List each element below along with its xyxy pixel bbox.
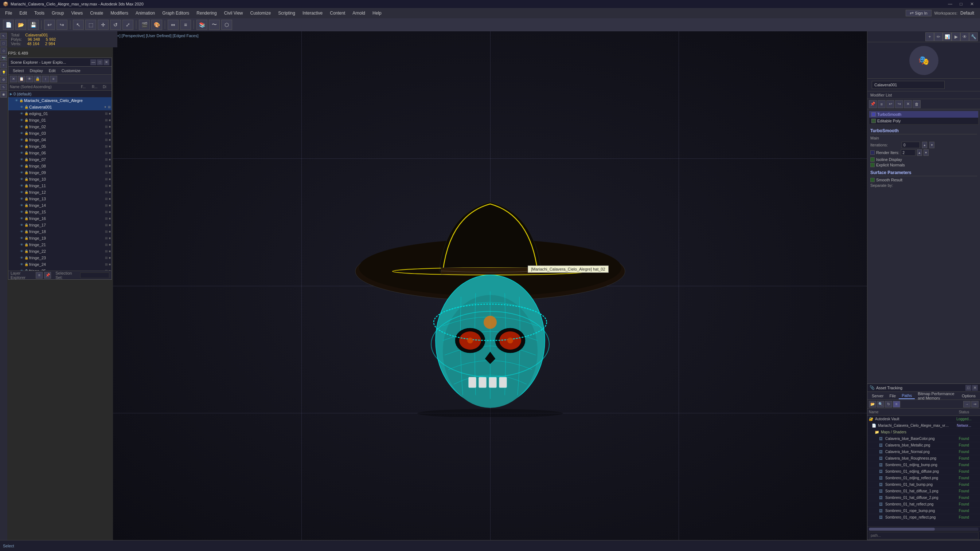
save-button[interactable]: 💾: [28, 20, 39, 30]
ml-trash-button[interactable]: 🗑: [913, 100, 921, 108]
menu-tools[interactable]: Tools: [30, 8, 48, 18]
iterations-spinner-up[interactable]: ▲: [922, 142, 927, 148]
se-menu-display[interactable]: Display: [27, 68, 46, 73]
scene-list-item[interactable]: 👁🔒fringe_07⊞ ■: [8, 156, 111, 163]
ml-copy-button[interactable]: ↩: [886, 100, 894, 108]
layer-button[interactable]: 📚: [196, 20, 207, 30]
scene-list-item[interactable]: 👁🔒fringe_04⊞ ■: [8, 137, 111, 143]
at-table-row[interactable]: 🖼Sombrero_01_edjing_diffuse.pngFound: [867, 468, 980, 475]
layer-explorer-btn[interactable]: ≡: [36, 272, 43, 279]
schematic-view-button[interactable]: ⬡: [221, 20, 232, 30]
redo-button[interactable]: ↪: [56, 20, 67, 30]
scene-list-item[interactable]: 👁🔒fringe_08⊞ ■: [8, 163, 111, 169]
scene-explorer-minimize[interactable]: —: [91, 59, 96, 65]
selection-set-input[interactable]: [80, 272, 109, 278]
motion-tab-button[interactable]: ▶: [951, 32, 960, 41]
scene-list-item[interactable]: 👁🔒fringe_17⊞ ■: [8, 222, 111, 228]
se-menu-customize[interactable]: Customize: [59, 68, 83, 73]
se-tool-visibility[interactable]: 👁: [26, 76, 33, 82]
menu-graph-editors[interactable]: Graph Editors: [159, 8, 193, 18]
at-tool-2[interactable]: 🔍: [877, 401, 884, 408]
sign-in-button[interactable]: ⮂ Sign In: [906, 10, 931, 16]
se-tool-clear[interactable]: ✕: [10, 76, 17, 82]
scene-list-item[interactable]: 👁🔒Mariachi_Calavera_Cielo_Alegre: [8, 97, 111, 104]
create-tab-button[interactable]: +: [925, 32, 934, 41]
scene-list-item[interactable]: 👁🔒fringe_01⊞ ■: [8, 117, 111, 124]
scene-list-item[interactable]: 👁🔒fringe_05⊞ ■: [8, 143, 111, 150]
select-region-button[interactable]: ⬚: [85, 20, 96, 30]
ml-delete-button[interactable]: ✕: [904, 100, 912, 108]
se-tool-copy[interactable]: 📋: [18, 76, 25, 82]
menu-group[interactable]: Group: [48, 8, 67, 18]
at-table-row[interactable]: 🖼Calavera_blue_BaseColor.pngFound: [867, 435, 980, 442]
layer-explorer-btn2[interactable]: 📌: [44, 272, 51, 279]
object-name-input[interactable]: [872, 81, 945, 89]
scene-list-item[interactable]: 👁🔒Calavera001✦ ⊞: [8, 104, 111, 110]
left-tool-helpers[interactable]: +: [0, 62, 7, 68]
render-iters-spinner-down[interactable]: ▼: [924, 149, 929, 156]
explicit-normals-checkbox[interactable]: [870, 163, 875, 167]
at-tool-1[interactable]: 📂: [869, 401, 876, 408]
se-menu-select[interactable]: Select: [10, 68, 27, 73]
ml-pin-button[interactable]: 📌: [869, 100, 877, 108]
maximize-button[interactable]: □: [956, 0, 966, 8]
left-tool-systems[interactable]: ⚙: [0, 76, 7, 83]
scene-list-item[interactable]: 👁🔒fringe_21⊞ ■: [8, 241, 111, 248]
left-tool-select[interactable]: ↖: [0, 33, 7, 39]
scene-explorer-maximize[interactable]: □: [97, 59, 103, 65]
scene-list-item[interactable]: 👁🔒fringe_10⊞ ■: [8, 176, 111, 183]
at-table-row[interactable]: 📁Maps / Shaders: [867, 429, 980, 435]
minimize-button[interactable]: —: [945, 0, 955, 8]
at-menu-bitmap[interactable]: Bitmap Performance and Memory: [915, 391, 959, 401]
at-tool-right-1[interactable]: →: [963, 401, 970, 408]
left-tool-geometry[interactable]: ◇: [0, 48, 7, 54]
at-tool-3[interactable]: ↻: [885, 401, 892, 408]
open-button[interactable]: 📂: [15, 20, 26, 30]
ml-show-all-button[interactable]: ≡: [878, 100, 886, 108]
scene-list-item[interactable]: 👁🔒fringe_13⊞ ■: [8, 195, 111, 202]
at-table-row[interactable]: 🖼Sombrero_01_hat_bump.pngFound: [867, 481, 980, 488]
scene-list-item[interactable]: 👁🔒fringe_11⊞ ■: [8, 183, 111, 189]
scene-list-item[interactable]: 👁🔒fringe_02⊞ ■: [8, 124, 111, 130]
menu-file[interactable]: File: [2, 8, 16, 18]
move-button[interactable]: ✛: [98, 20, 108, 30]
at-table-row[interactable]: 📄Mariachi_Calavera_Cielo_Alegre_max_vray…: [867, 422, 980, 429]
rotate-button[interactable]: ↺: [110, 20, 121, 30]
asset-tracking-path-input[interactable]: [869, 532, 978, 539]
left-tool-compound[interactable]: ◉: [0, 91, 7, 98]
at-table-row[interactable]: 🖼Sombrero_01_hat_diffuse_1.pngFound: [867, 488, 980, 495]
modifier-turbosmooth[interactable]: TurboSmooth: [869, 111, 978, 118]
scene-list-item[interactable]: 👁🔒fringe_15⊞ ■: [8, 209, 111, 215]
render-iters-input[interactable]: [901, 149, 915, 156]
menu-animation[interactable]: Animation: [132, 8, 159, 18]
at-menu-server[interactable]: Server: [869, 393, 886, 399]
se-tool-sort[interactable]: ↕: [42, 76, 49, 82]
at-menu-options[interactable]: Options: [959, 393, 978, 399]
mirror-button[interactable]: ⇔: [168, 20, 178, 30]
scene-list-item[interactable]: 👁🔒fringe_03⊞ ■: [8, 130, 111, 137]
left-tool-spacewarp[interactable]: ∿: [0, 84, 7, 91]
isoline-checkbox[interactable]: [870, 157, 875, 162]
at-menu-paths[interactable]: Paths: [899, 392, 915, 399]
render-iters-spinner-up[interactable]: ▲: [917, 149, 922, 156]
undo-button[interactable]: ↩: [44, 20, 55, 30]
at-table-row[interactable]: 🖼Sombrero_01_hat_diffuse_2.pngFound: [867, 495, 980, 501]
menu-create[interactable]: Create: [86, 8, 107, 18]
material-editor-button[interactable]: 🎨: [151, 20, 162, 30]
ml-paste-button[interactable]: ↪: [895, 100, 903, 108]
at-tool-right-2[interactable]: ⇒: [971, 401, 978, 408]
scene-list-item[interactable]: 👁🔒fringe_16⊞ ■: [8, 215, 111, 222]
menu-arnold[interactable]: Arnold: [349, 8, 369, 18]
at-table-row[interactable]: 🔐Autodesk VaultLogged...: [867, 416, 980, 422]
left-tool-shape[interactable]: □: [0, 40, 7, 47]
modifier-editable-poly[interactable]: Editable Poly: [869, 118, 978, 124]
scene-list-item[interactable]: ▶0 (default): [8, 91, 111, 97]
close-button[interactable]: ✕: [967, 0, 977, 8]
menu-scripting[interactable]: Scripting: [274, 8, 299, 18]
menu-rendering[interactable]: Rendering: [193, 8, 220, 18]
scene-list-item[interactable]: 👁🔒fringe_22⊞ ■: [8, 248, 111, 254]
scene-list-item[interactable]: 👁🔒fringe_09⊞ ■: [8, 169, 111, 176]
scene-list-item[interactable]: 👁🔒fringe_25⊞ ■: [8, 268, 111, 271]
scene-list-item[interactable]: 👁🔒fringe_06⊞ ■: [8, 150, 111, 156]
scene-list-item[interactable]: 👁🔒fringe_14⊞ ■: [8, 202, 111, 209]
